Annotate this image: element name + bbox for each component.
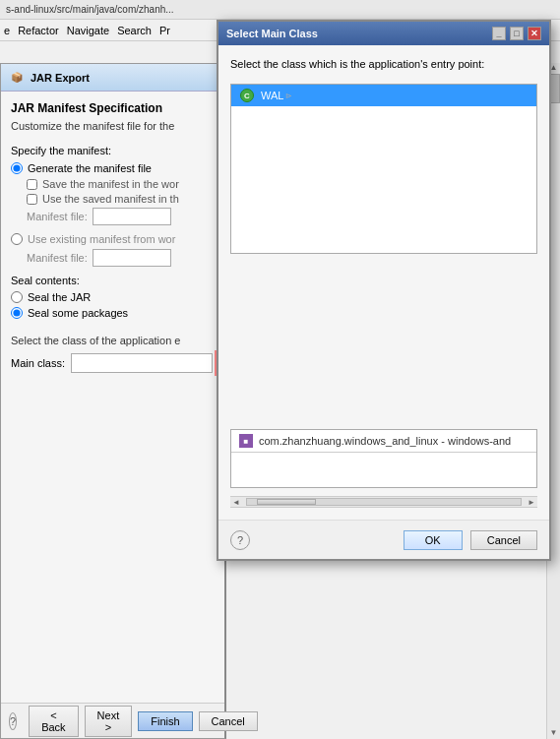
back-button[interactable]: < Back xyxy=(29,706,78,737)
dialog-close-button[interactable]: ✕ xyxy=(528,27,541,40)
manifest-header: JAR Manifest Specification xyxy=(11,101,215,115)
checkbox-save-label: Save the manifest in the wor xyxy=(42,178,179,190)
cancel-button[interactable]: Cancel xyxy=(199,711,258,731)
manifest-file-row-2: Manifest file: xyxy=(27,249,215,267)
radio-seal-packages[interactable]: Seal some packages xyxy=(11,307,215,319)
manifest-file-label-2: Manifest file: xyxy=(27,252,88,264)
jar-export-title-bar: 📦 JAR Export xyxy=(1,64,224,92)
bottom-list-item[interactable]: ■ com.zhanzhuang.windows_and_linux - win… xyxy=(231,430,536,452)
dialog-maximize-button[interactable]: □ xyxy=(510,27,524,40)
scroll-down-arrow[interactable]: ▼ xyxy=(547,728,560,737)
dialog-footer-buttons: OK Cancel xyxy=(404,530,537,550)
dialog-title-text: Select Main Class xyxy=(226,28,318,39)
radio-seal-jar[interactable]: Seal the JAR xyxy=(11,291,215,303)
checkbox-save-manifest[interactable]: Save the manifest in the wor xyxy=(27,178,215,190)
next-button[interactable]: Next > xyxy=(85,706,133,737)
manifest-subtitle: Customize the manifest file for the xyxy=(11,119,215,133)
manifest-file-input-1[interactable] xyxy=(93,208,171,225)
menu-item-pr[interactable]: Pr xyxy=(159,25,170,36)
bottom-item-icon: ■ xyxy=(239,434,253,448)
bottom-list-separator xyxy=(231,452,536,453)
radio-generate-manifest[interactable]: Generate the manifest file xyxy=(11,162,215,174)
class-item-name: WAL xyxy=(261,90,283,101)
jar-export-panel: 📦 JAR Export JAR Manifest Specification … xyxy=(0,63,226,739)
dialog-cancel-button[interactable]: Cancel xyxy=(470,530,537,550)
main-class-label-text: Main class: xyxy=(11,357,65,369)
scrollbar-thumb[interactable] xyxy=(257,499,316,505)
dialog-description: Select the class which is the applicatio… xyxy=(230,57,537,72)
jar-export-footer: ? < Back Next > Finish Cancel xyxy=(1,703,224,738)
checkbox-use-saved[interactable]: Use the saved manifest in th xyxy=(27,193,215,205)
manifest-file-row-1: Manifest file: xyxy=(27,208,215,225)
jar-export-body: JAR Manifest Specification Customize the… xyxy=(1,92,224,384)
jar-export-icon: 📦 xyxy=(9,70,25,86)
bottom-list-area: ■ com.zhanzhuang.windows_and_linux - win… xyxy=(230,429,537,488)
radio-generate-input[interactable] xyxy=(11,162,23,174)
dialog-title-bar: Select Main Class _ □ ✕ xyxy=(218,22,549,45)
class-list-item[interactable]: WAL ⊳ xyxy=(231,85,536,106)
horizontal-scrollbar[interactable]: ◄ ► xyxy=(230,496,537,508)
jar-footer-help-button[interactable]: ? xyxy=(9,712,17,730)
radio-use-existing[interactable]: Use existing manifest from wor xyxy=(11,233,215,245)
radio-seal-packages-input[interactable] xyxy=(11,307,23,319)
scrollbar-track[interactable] xyxy=(246,498,522,506)
specify-label: Specify the manifest: xyxy=(11,145,215,156)
menu-item-refactor[interactable]: Refactor xyxy=(18,25,59,36)
radio-seal-jar-input[interactable] xyxy=(11,291,23,303)
bottom-item-text: com.zhanzhuang.windows_and_linux - windo… xyxy=(259,435,511,447)
ide-breadcrumb: s-and-linux/src/main/java/com/zhanh... xyxy=(0,0,560,20)
class-sub-icon: ⊳ xyxy=(285,92,292,100)
radio-use-existing-input[interactable] xyxy=(11,233,23,245)
manifest-file-input-2[interactable] xyxy=(93,249,171,267)
seal-contents-label: Seal contents: xyxy=(11,275,215,286)
class-item-icon xyxy=(239,88,255,103)
radio-generate-label: Generate the manifest file xyxy=(28,162,152,174)
radio-seal-jar-label: Seal the JAR xyxy=(28,291,91,303)
jar-export-title-text: JAR Export xyxy=(31,72,90,84)
dialog-body: Select the class which is the applicatio… xyxy=(218,45,549,520)
class-circle-icon xyxy=(240,89,254,102)
dialog-title-controls: _ □ ✕ xyxy=(492,27,541,40)
dialog-help-button[interactable]: ? xyxy=(230,530,250,550)
dialog-footer: ? OK Cancel xyxy=(218,520,549,559)
menu-item-search[interactable]: Search xyxy=(117,25,152,36)
class-list-area[interactable]: WAL ⊳ xyxy=(230,84,537,253)
dialog-ok-button[interactable]: OK xyxy=(404,530,463,550)
manifest-file-label-1: Manifest file: xyxy=(27,211,88,222)
scroll-right-arrow[interactable]: ► xyxy=(526,498,537,507)
finish-button[interactable]: Finish xyxy=(138,711,192,731)
main-class-section-label: Select the class of the application e xyxy=(11,335,215,346)
checkbox-save-input[interactable] xyxy=(27,179,37,190)
checkbox-use-label: Use the saved manifest in th xyxy=(42,193,179,205)
main-class-input[interactable] xyxy=(71,353,213,373)
select-main-class-dialog: Select Main Class _ □ ✕ Select the class… xyxy=(217,20,551,561)
seal-section: Seal contents: Seal the JAR Seal some pa… xyxy=(11,275,215,319)
generate-manifest-group: Generate the manifest file Save the mani… xyxy=(11,162,215,267)
menu-item-e[interactable]: e xyxy=(4,25,10,36)
main-class-row: Main class: Browse... xyxy=(11,352,215,374)
scroll-left-arrow[interactable]: ◄ xyxy=(230,498,242,507)
main-class-section: Select the class of the application e Ma… xyxy=(11,335,215,374)
dialog-minimize-button[interactable]: _ xyxy=(492,27,506,40)
radio-use-existing-label: Use existing manifest from wor xyxy=(28,233,175,245)
menu-item-navigate[interactable]: Navigate xyxy=(67,25,109,36)
radio-seal-packages-label: Seal some packages xyxy=(28,307,128,319)
checkbox-use-input[interactable] xyxy=(27,194,37,205)
